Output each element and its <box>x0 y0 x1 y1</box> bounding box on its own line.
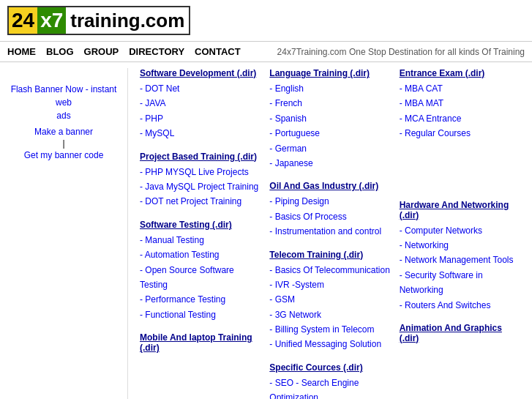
sidebar-ads: Flash Banner Now - instant webads Make a… <box>7 83 120 162</box>
item-java[interactable]: - JAVA <box>140 96 261 111</box>
nav-links: HOME BLOG GROUP DIRECTORY CONTACT <box>7 46 241 57</box>
logo-x7: x7 <box>37 7 66 34</box>
make-banner-link[interactable]: Make a banner <box>7 125 120 138</box>
software-dev-items: - DOT Net - JAVA - PHP - MySQL <box>140 81 261 141</box>
logo: 24x7training.com <box>7 6 190 35</box>
nav-blog[interactable]: BLOG <box>46 46 74 57</box>
section-title-software-testing: Software Testing (.dir) <box>140 220 261 230</box>
nav-contact[interactable]: CONTACT <box>195 46 241 57</box>
nav-group[interactable]: GROUP <box>84 46 119 57</box>
item-french[interactable]: - French <box>269 96 390 111</box>
item-mba-cat[interactable]: - MBA CAT <box>400 81 520 96</box>
item-unified-messaging[interactable]: - Unified Messaging Solution <box>269 337 390 351</box>
section-title-project-training: Project Based Training (.dir) <box>140 152 261 162</box>
item-dotnet[interactable]: - DOT Net <box>140 81 261 96</box>
telecom-link[interactable]: Telecom Training (.dir) <box>269 250 363 260</box>
project-training-items: - PHP MYSQL Live Projects - Java MySQL P… <box>140 165 261 209</box>
animation-graphics-link[interactable]: Animation And Graphics (.dir) <box>400 323 502 343</box>
entrance-items: - MBA CAT - MBA MAT - MCA Entrance - Reg… <box>400 81 520 141</box>
section-title-mobile-laptop: Mobile And laptop Training (.dir) <box>140 332 261 353</box>
language-items: - English - French - Spanish - Portugues… <box>269 81 390 171</box>
item-routers-switches[interactable]: - Routers And Switches <box>400 298 520 313</box>
navigation: HOME BLOG GROUP DIRECTORY CONTACT 24x7Tr… <box>0 42 532 62</box>
item-basics-process[interactable]: - Basics Of Process <box>269 209 390 224</box>
section-title-telecom: Telecom Training (.dir) <box>269 250 390 260</box>
item-open-source-testing[interactable]: - Open Source Software Testing <box>140 263 261 293</box>
flash-banner-link[interactable]: Flash Banner Now - instant webads <box>7 83 120 122</box>
language-training-link[interactable]: Language Training (.dir) <box>269 68 370 78</box>
item-functional-testing[interactable]: - Functional Testing <box>140 307 261 322</box>
item-network-management[interactable]: - Network Management Tools <box>400 253 520 267</box>
item-portuguese[interactable]: - Portuguese <box>269 126 390 141</box>
sidebar-separator: | <box>62 138 64 149</box>
hardware-networking-items: - Computer Networks - Networking - Netwo… <box>400 223 520 313</box>
item-billing-telecom[interactable]: - Billing System in Telecom <box>269 322 390 337</box>
item-seo[interactable]: - SEO - Search Engine Optimization <box>269 376 390 399</box>
project-training-link[interactable]: Project Based Training (.dir) <box>140 152 257 162</box>
specific-items: - SEO - Search Engine Optimization - Onl… <box>269 376 390 399</box>
section-title-specific: Specific Cources (.dir) <box>269 362 390 373</box>
specific-courses-link[interactable]: Specific Cources (.dir) <box>269 362 362 373</box>
item-mca-entrance[interactable]: - MCA Entrance <box>400 111 520 126</box>
telecom-items: - Basics Of Telecommunication - IVR -Sys… <box>269 263 390 352</box>
item-mysql[interactable]: - MySQL <box>140 126 261 141</box>
item-php-mysql-projects[interactable]: - PHP MYSQL Live Projects <box>140 165 261 179</box>
item-performance-testing[interactable]: - Performance Testing <box>140 292 261 307</box>
section-title-oil-gas: Oil And Gas Industry (.dir) <box>269 181 390 191</box>
hardware-networking-link[interactable]: Hardware And Networking (.dir) <box>400 200 509 220</box>
logo-24: 24 <box>9 7 37 34</box>
item-piping-design[interactable]: - Piping Design <box>269 194 390 209</box>
item-english[interactable]: - English <box>269 81 390 96</box>
item-telecom-basics[interactable]: - Basics Of Telecommunication <box>269 263 390 277</box>
item-mba-mat[interactable]: - MBA MAT <box>400 96 520 111</box>
get-banner-link[interactable]: Get my banner code <box>7 149 120 162</box>
item-regular-courses[interactable]: - Regular Courses <box>400 126 520 141</box>
item-php[interactable]: - PHP <box>140 111 261 126</box>
nav-home[interactable]: HOME <box>7 46 36 57</box>
item-instrumentation[interactable]: - Instrumentation and control <box>269 224 390 239</box>
content-area: Software Development (.dir) - DOT Net - … <box>128 68 525 399</box>
section-title-hardware-networking: Hardware And Networking (.dir) <box>400 200 520 220</box>
item-3g[interactable]: - 3G Network <box>269 307 390 322</box>
section-title-language: Language Training (.dir) <box>269 68 390 78</box>
logo-text: training.com <box>66 8 189 34</box>
column-3: Entrance Exam (.dir) - MBA CAT - MBA MAT… <box>395 68 525 399</box>
item-japanese[interactable]: - Japanese <box>269 156 390 171</box>
entrance-exam-link[interactable]: Entrance Exam (.dir) <box>400 68 485 78</box>
column-1: Software Development (.dir) - DOT Net - … <box>135 68 265 399</box>
item-automation-testing[interactable]: - Automation Testing <box>140 247 261 262</box>
oil-gas-link[interactable]: Oil And Gas Industry (.dir) <box>269 181 378 191</box>
oil-gas-items: - Piping Design - Basics Of Process - In… <box>269 194 390 239</box>
section-title-entrance: Entrance Exam (.dir) <box>400 68 520 78</box>
item-java-mysql-project[interactable]: - Java MySQL Project Training <box>140 179 261 194</box>
item-spanish[interactable]: - Spanish <box>269 111 390 126</box>
mobile-laptop-link[interactable]: Mobile And laptop Training (.dir) <box>140 332 252 353</box>
item-german[interactable]: - German <box>269 141 390 156</box>
item-ivr[interactable]: - IVR -System <box>269 277 390 292</box>
section-title-software-dev: Software Development (.dir) <box>140 68 261 78</box>
item-dotnet-project[interactable]: - DOT net Project Training <box>140 194 261 209</box>
software-testing-link[interactable]: Software Testing (.dir) <box>140 220 232 230</box>
section-title-animation: Animation And Graphics (.dir) <box>400 323 520 343</box>
sidebar: Flash Banner Now - instant webads Make a… <box>7 68 128 399</box>
software-dev-link[interactable]: Software Development (.dir) <box>140 68 256 78</box>
item-security-software[interactable]: - Security Software in Networking <box>400 268 520 298</box>
sidebar-links: Make a banner | Get my banner code <box>7 125 120 162</box>
software-testing-items: - Manual Testing - Automation Testing - … <box>140 233 261 322</box>
item-gsm[interactable]: - GSM <box>269 292 390 307</box>
column-2: Language Training (.dir) - English - Fre… <box>265 68 394 399</box>
main-content: Flash Banner Now - instant webads Make a… <box>0 62 532 399</box>
item-computer-networks[interactable]: - Computer Networks <box>400 223 520 238</box>
nav-directory[interactable]: DIRECTORY <box>129 46 184 57</box>
item-networking[interactable]: - Networking <box>400 238 520 253</box>
item-manual-testing[interactable]: - Manual Testing <box>140 233 261 247</box>
tagline: 24x7Training.com One Stop Destination fo… <box>277 47 525 57</box>
